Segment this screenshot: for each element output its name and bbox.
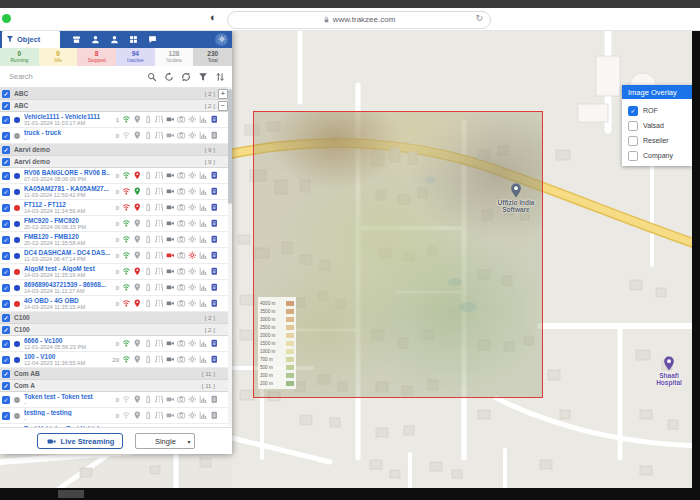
- vehicle-row[interactable]: 869689043721539 - 86968... 14-03-2024 11…: [0, 280, 232, 296]
- vehicle-name[interactable]: Token test - Token test: [24, 393, 110, 401]
- location-pin-icon[interactable]: [133, 251, 142, 260]
- location-pin-icon[interactable]: [133, 267, 142, 276]
- location-pin-icon[interactable]: [133, 339, 142, 348]
- fuel-tank-icon[interactable]: [210, 355, 219, 364]
- status-idle[interactable]: 0Idle: [39, 48, 78, 66]
- photo-camera-icon[interactable]: [177, 339, 186, 348]
- vehicle-row[interactable]: FMB120 - FMB120 20-02-2024 11:35:58 AM 0: [0, 232, 232, 248]
- sync-icon[interactable]: [181, 72, 191, 82]
- chart-icon[interactable]: [199, 219, 208, 228]
- live-streaming-button[interactable]: Live Streaming: [37, 433, 124, 449]
- settings-gear-icon[interactable]: [188, 299, 197, 308]
- driver-icon[interactable]: [91, 35, 100, 44]
- video-camera-icon[interactable]: [166, 203, 175, 212]
- vehicle-checkbox[interactable]: [2, 188, 10, 196]
- settings-gear-icon[interactable]: [188, 171, 197, 180]
- vehicle-row[interactable]: truck - truck - 0: [0, 128, 232, 144]
- location-pin-icon[interactable]: [133, 283, 142, 292]
- route-icon[interactable]: [155, 235, 164, 244]
- location-pin-icon[interactable]: [133, 203, 142, 212]
- reload-icon[interactable]: ↻: [475, 13, 483, 23]
- route-icon[interactable]: [155, 171, 164, 180]
- vehicle-checkbox[interactable]: [2, 300, 10, 308]
- location-pin-icon[interactable]: [133, 235, 142, 244]
- video-camera-icon[interactable]: [166, 267, 175, 276]
- chart-icon[interactable]: [199, 187, 208, 196]
- chart-icon[interactable]: [199, 171, 208, 180]
- photo-camera-icon[interactable]: [177, 219, 186, 228]
- status-total[interactable]: 230Total: [193, 48, 232, 66]
- group-toggle-button[interactable]: −: [218, 101, 228, 111]
- settings-gear-icon[interactable]: [188, 355, 197, 364]
- location-pin-icon[interactable]: [133, 355, 142, 364]
- fuel-tank-icon[interactable]: [210, 339, 219, 348]
- sort-icon[interactable]: [215, 72, 225, 82]
- group-checkbox[interactable]: [2, 326, 10, 334]
- chart-icon[interactable]: [199, 411, 208, 420]
- settings-gear-icon[interactable]: [188, 395, 197, 404]
- vehicle-row[interactable]: Vehicle1111 - Vehicle1111 31-01-2024 11:…: [0, 112, 232, 128]
- video-camera-icon[interactable]: [166, 395, 175, 404]
- vehicle-row[interactable]: 100 - V100 12-04-2023 11:36:55 AM 20: [0, 352, 232, 368]
- fuel-tank-icon[interactable]: [210, 251, 219, 260]
- overlay-checkbox[interactable]: [628, 121, 638, 131]
- status-running[interactable]: 0Running: [0, 48, 39, 66]
- route-icon[interactable]: [155, 267, 164, 276]
- chat-icon[interactable]: [148, 35, 157, 44]
- overlay-option[interactable]: Company: [622, 148, 692, 163]
- photo-camera-icon[interactable]: [177, 251, 186, 260]
- chart-icon[interactable]: [199, 115, 208, 124]
- fuel-tank-icon[interactable]: [210, 235, 219, 244]
- route-icon[interactable]: [155, 339, 164, 348]
- video-camera-icon[interactable]: [166, 219, 175, 228]
- video-camera-icon[interactable]: [166, 411, 175, 420]
- location-pin-icon[interactable]: [133, 115, 142, 124]
- vehicle-name[interactable]: 4G OBD - 4G OBD: [24, 297, 110, 305]
- chart-icon[interactable]: [199, 251, 208, 260]
- vehicle-row[interactable]: testing - testing - 0: [0, 408, 232, 424]
- route-icon[interactable]: [155, 115, 164, 124]
- vehicle-checkbox[interactable]: [2, 172, 10, 180]
- route-icon[interactable]: [155, 355, 164, 364]
- vehicle-row[interactable]: 4G OBD - 4G OBD 14-03-2024 11:35:15 AM 0: [0, 296, 232, 312]
- vehicle-name[interactable]: RV06 BANGLORE - RV06 B...: [24, 169, 110, 177]
- video-camera-icon[interactable]: [166, 171, 175, 180]
- settings-gear-icon[interactable]: [188, 235, 197, 244]
- settings-button[interactable]: [215, 33, 228, 46]
- vehicle-row[interactable]: KA05AM2781 - KA05AM27... 11-03-2024 12:5…: [0, 184, 232, 200]
- chart-icon[interactable]: [199, 299, 208, 308]
- settings-gear-icon[interactable]: [188, 283, 197, 292]
- user-icon[interactable]: [110, 35, 119, 44]
- settings-gear-icon[interactable]: [188, 411, 197, 420]
- route-icon[interactable]: [155, 203, 164, 212]
- fuel-tank-icon[interactable]: [210, 219, 219, 228]
- overlay-option[interactable]: ✓ ROF: [622, 103, 692, 118]
- status-stopped[interactable]: 8Stopped: [77, 48, 116, 66]
- vehicle-name[interactable]: 6666 - Vc100: [24, 337, 110, 345]
- status-inactive[interactable]: 94Inactive: [116, 48, 155, 66]
- vehicle-name[interactable]: 869689043721539 - 86968...: [24, 281, 110, 289]
- chart-icon[interactable]: [199, 283, 208, 292]
- vehicle-name[interactable]: DC4 DASHCAM - DC4 DAS...: [24, 249, 110, 257]
- fuel-tank-icon[interactable]: [210, 267, 219, 276]
- fuel-tank-icon[interactable]: [210, 411, 219, 420]
- video-camera-icon[interactable]: [166, 339, 175, 348]
- vehicle-checkbox[interactable]: [2, 252, 10, 260]
- route-icon[interactable]: [155, 411, 164, 420]
- photo-camera-icon[interactable]: [177, 283, 186, 292]
- video-camera-icon[interactable]: [166, 131, 175, 140]
- settings-gear-icon[interactable]: [188, 187, 197, 196]
- group-checkbox[interactable]: [2, 158, 10, 166]
- settings-gear-icon[interactable]: [188, 339, 197, 348]
- photo-camera-icon[interactable]: [177, 187, 186, 196]
- video-camera-icon[interactable]: [166, 299, 175, 308]
- group-header[interactable]: Com AB [ 11 ]: [0, 368, 232, 380]
- settings-gear-icon[interactable]: [188, 251, 197, 260]
- route-icon[interactable]: [155, 219, 164, 228]
- group-header[interactable]: ABC [ 2 ] +: [0, 88, 232, 100]
- photo-camera-icon[interactable]: [177, 411, 186, 420]
- overlay-checkbox[interactable]: [628, 151, 638, 161]
- photo-camera-icon[interactable]: [177, 267, 186, 276]
- photo-camera-icon[interactable]: [177, 299, 186, 308]
- search-input[interactable]: [7, 71, 140, 82]
